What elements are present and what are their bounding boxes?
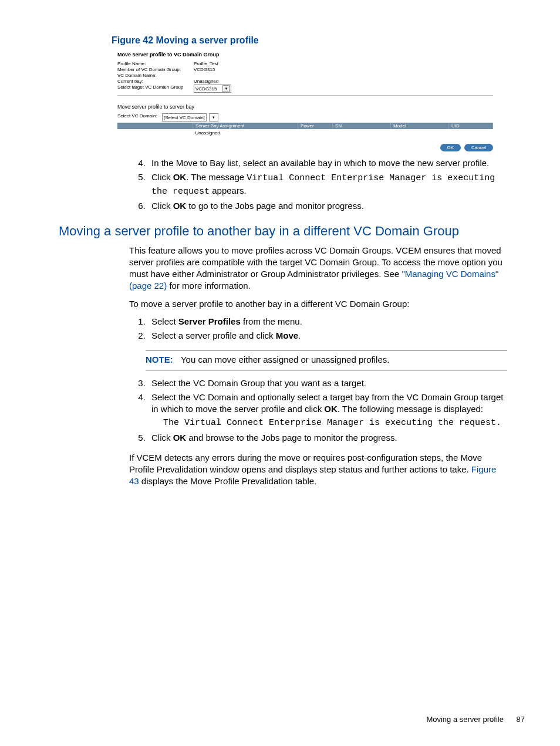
figure-caption: Figure 42 Moving a server profile — [112, 35, 525, 46]
ss-select-vc-dropdown[interactable]: [Select VC Domain] — [162, 113, 207, 121]
t: OK — [173, 433, 187, 443]
intro-para-1: This feature allows you to move profiles… — [129, 245, 507, 292]
note-label: NOTE: — [146, 354, 178, 366]
col-assignment: Server Bay Assignment — [193, 123, 298, 129]
chevron-down-icon: ▼ — [222, 85, 230, 92]
t: to go to the Jobs page and monitor progr… — [186, 201, 364, 211]
note-text: You can move either assigned or unassign… — [181, 355, 390, 364]
t: for more information. — [167, 281, 251, 291]
ss-profile-name-value: Profile_Test — [194, 61, 218, 66]
step-c3: Select the VC Domain Group that you want… — [148, 377, 507, 389]
figure-screenshot: Move server profile to VC Domain Group P… — [117, 52, 493, 151]
exec-message: The Virtual Connect Enterprise Manager i… — [163, 417, 507, 429]
footer-text: Moving a server profile — [426, 715, 504, 724]
t: . The message — [186, 172, 247, 182]
ok-button[interactable]: OK — [440, 144, 461, 151]
note-box: NOTE: You can move either assigned or un… — [146, 350, 507, 370]
t: OK — [173, 201, 187, 211]
t: Select — [151, 316, 178, 326]
cancel-button[interactable]: Cancel — [464, 144, 493, 151]
page-number: 87 — [517, 715, 525, 724]
ss-table: Server Bay Assignment Power SN Model UID… — [117, 123, 493, 137]
step-4: In the Move to Bay list, select an avail… — [148, 157, 507, 169]
t: and browse to the Jobs page to monitor t… — [186, 433, 397, 443]
t: appears. — [210, 185, 247, 195]
ss-select-vc-arrow[interactable]: ▼ — [209, 113, 218, 121]
step-b2: Select a server profile and click Move. — [148, 330, 507, 342]
ss-select-target-label: Select target VC Domain Group — [117, 85, 194, 93]
table-row: Unassigned — [117, 129, 493, 137]
ss-currentbay-value: Unassigned — [194, 79, 218, 84]
t: Click — [151, 433, 173, 443]
ss-section2-title: Move server profile to server bay — [117, 104, 493, 110]
ss-select-vc-label: Select VC Domain: — [117, 113, 162, 121]
ss-section1-title: Move server profile to VC Domain Group — [117, 52, 493, 58]
steps-list-b: Select Server Profiles from the menu. Se… — [94, 316, 507, 342]
step-b1: Select Server Profiles from the menu. — [148, 316, 507, 328]
ss-currentbay-label: Current bay: — [117, 79, 194, 84]
t: Select a server profile and click — [151, 330, 276, 340]
table-header-row: Server Bay Assignment Power SN Model UID — [117, 123, 493, 129]
t: Click — [151, 201, 173, 211]
page-footer: Moving a server profile 87 — [426, 715, 525, 724]
step-c5: Click OK and browse to the Jobs page to … — [148, 432, 507, 444]
ss-profile-name-label: Profile Name: — [117, 61, 194, 66]
chevron-down-icon: ▼ — [211, 114, 217, 120]
step-5: Click OK. The message Virtual Connect En… — [148, 171, 507, 198]
t: If VCEM detects any errors during the mo… — [129, 453, 482, 474]
ss-member-label: Member of VC Domain Group: — [117, 67, 194, 72]
col-blank — [117, 123, 193, 129]
col-model: Model — [391, 123, 449, 129]
ss-member-value: VCDG315 — [194, 67, 215, 72]
t: . — [298, 330, 301, 340]
t: OK — [324, 404, 338, 414]
steps-list-c: Select the VC Domain Group that you want… — [94, 377, 507, 444]
ss-vcdomain-label: VC Domain Name: — [117, 73, 194, 78]
col-uid: UID — [449, 123, 493, 129]
t: Server Profiles — [178, 316, 241, 326]
ss-select-target-value: VCDG315 — [195, 86, 217, 92]
t: Click — [151, 172, 173, 182]
t: displays the Move Profile Prevalidation … — [139, 476, 317, 486]
section-heading: Moving a server profile to another bay i… — [59, 222, 507, 240]
t: . The following message is displayed: — [338, 404, 483, 414]
ss-select-target-dropdown[interactable]: VCDG315 ▼ — [194, 85, 231, 93]
col-sn: SN — [333, 123, 391, 129]
step-c4: Select the VC Domain and optionally sele… — [148, 391, 507, 430]
t: from the menu. — [241, 316, 302, 326]
row-assignment-value: Unassigned — [193, 129, 298, 137]
t: OK — [173, 172, 187, 182]
ss-select-vc-value: [Select VC Domain] — [164, 115, 205, 120]
closing-para: If VCEM detects any errors during the mo… — [129, 452, 507, 488]
col-power: Power — [298, 123, 333, 129]
step-6: Click OK to go to the Jobs page and moni… — [148, 200, 507, 212]
t: Move — [276, 330, 298, 340]
steps-list-a: In the Move to Bay list, select an avail… — [94, 157, 507, 212]
intro-para-2: To move a server profile to another bay … — [129, 298, 507, 310]
